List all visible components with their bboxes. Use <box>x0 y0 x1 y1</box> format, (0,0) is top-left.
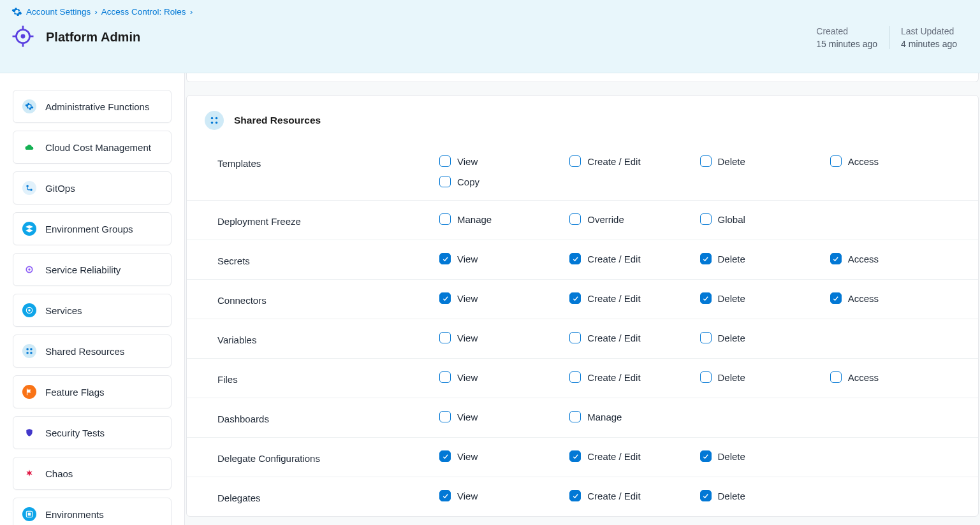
permission-cell: View <box>439 253 569 264</box>
checkbox-view[interactable] <box>439 371 451 383</box>
permission-cell: Create / Edit <box>569 450 699 462</box>
checkbox-create-edit[interactable] <box>569 292 581 304</box>
page-header: Account Settings › Access Control: Roles… <box>0 0 980 73</box>
sidebar-item-administrative-functions[interactable]: Administrative Functions <box>13 90 172 123</box>
breadcrumb-access-control-roles[interactable]: Access Control: Roles <box>101 7 186 17</box>
sidebar-item-services[interactable]: Services <box>13 294 172 327</box>
grid-icon <box>205 111 224 130</box>
permission-row: ConnectorsViewCreate / EditDeleteAccess <box>187 279 978 319</box>
checkbox-delete[interactable] <box>700 155 712 167</box>
checkbox-access[interactable] <box>830 371 842 383</box>
sidebar-item-label: Environments <box>45 509 104 520</box>
permission-label: Create / Edit <box>587 451 640 462</box>
layers-icon <box>22 222 36 236</box>
checkbox-create-edit[interactable] <box>569 490 581 501</box>
permission-label: Manage <box>587 412 622 422</box>
checkbox-delete[interactable] <box>700 450 712 462</box>
checkbox-create-edit[interactable] <box>569 155 581 167</box>
checkbox-global[interactable] <box>700 213 712 225</box>
permission-label: View <box>457 333 478 343</box>
svg-point-20 <box>211 117 214 120</box>
sidebar-item-gitops[interactable]: GitOps <box>13 171 172 205</box>
permission-cell: Delete <box>700 292 830 304</box>
permission-cell: Create / Edit <box>569 253 699 264</box>
sidebar-item-environments[interactable]: Environments <box>13 498 172 525</box>
permission-row: SecretsViewCreate / EditDeleteAccess <box>187 240 978 279</box>
permission-label: Manage <box>457 214 492 225</box>
permission-row: FilesViewCreate / EditDeleteAccess <box>187 358 978 398</box>
permission-row: Deployment FreezeManageOverrideGlobal <box>187 200 978 240</box>
chaos-icon <box>22 466 36 480</box>
permission-label: Create / Edit <box>587 491 640 501</box>
checkbox-access[interactable] <box>830 155 842 167</box>
sidebar-item-environment-groups[interactable]: Environment Groups <box>13 212 172 245</box>
updated-value: 4 minutes ago <box>901 39 957 49</box>
sidebar-item-shared-resources[interactable]: Shared Resources <box>13 334 172 368</box>
checkbox-create-edit[interactable] <box>569 450 581 462</box>
checkbox-access[interactable] <box>830 253 842 264</box>
checkbox-delete[interactable] <box>700 371 712 383</box>
grid-icon <box>22 344 36 358</box>
git-icon <box>22 181 36 195</box>
checkbox-delete[interactable] <box>700 292 712 304</box>
chevron-right-icon: › <box>190 7 193 17</box>
flag-icon <box>22 385 36 399</box>
permission-cell: Delete <box>700 450 830 462</box>
checkbox-view[interactable] <box>439 490 451 501</box>
permission-label: View <box>457 491 478 501</box>
permission-cell: Delete <box>700 253 830 264</box>
checkbox-delete[interactable] <box>700 490 712 501</box>
checkbox-access[interactable] <box>830 292 842 304</box>
permission-label: View <box>457 293 478 304</box>
checkbox-override[interactable] <box>569 213 581 225</box>
sidebar-item-chaos[interactable]: Chaos <box>13 457 172 490</box>
checkbox-view[interactable] <box>439 292 451 304</box>
breadcrumb-account-settings[interactable]: Account Settings <box>26 7 91 17</box>
permission-cell: Access <box>830 371 960 383</box>
permission-row: Delegate ConfigurationsViewCreate / Edit… <box>187 437 978 477</box>
permission-label: Create / Edit <box>587 333 640 343</box>
checkbox-manage[interactable] <box>569 411 581 422</box>
permission-label: View <box>457 156 478 167</box>
checkbox-view[interactable] <box>439 253 451 264</box>
checkbox-copy[interactable] <box>439 176 451 187</box>
checkbox-create-edit[interactable] <box>569 332 581 343</box>
checkbox-view[interactable] <box>439 332 451 343</box>
main-content: Shared Resources TemplatesViewCreate / E… <box>185 73 980 525</box>
svg-point-14 <box>26 352 29 354</box>
checkbox-view[interactable] <box>439 155 451 167</box>
resource-name: Files <box>205 371 439 385</box>
svg-point-7 <box>30 189 33 191</box>
sidebar-item-security-tests[interactable]: Security Tests <box>13 416 172 449</box>
permission-cell: View <box>439 450 569 462</box>
checkbox-delete[interactable] <box>700 253 712 264</box>
checkbox-delete[interactable] <box>700 332 712 343</box>
permission-label: Copy <box>457 176 479 187</box>
checkbox-manage[interactable] <box>439 213 451 225</box>
sidebar-item-feature-flags[interactable]: Feature Flags <box>13 375 172 408</box>
permission-label: View <box>457 451 478 462</box>
gear-icon <box>11 6 22 17</box>
created-value: 15 minutes ago <box>816 39 877 49</box>
permission-label: Delete <box>718 156 745 167</box>
checkbox-create-edit[interactable] <box>569 253 581 264</box>
permission-label: Create / Edit <box>587 254 640 264</box>
permission-row: DashboardsViewManage <box>187 398 978 437</box>
checkbox-view[interactable] <box>439 450 451 462</box>
resource-name: Deployment Freeze <box>205 213 439 227</box>
svg-point-9 <box>28 268 31 271</box>
permission-cell: Access <box>830 155 960 167</box>
sidebar-item-label: Service Reliability <box>45 264 121 275</box>
checkbox-view[interactable] <box>439 411 451 422</box>
target-icon <box>22 303 36 317</box>
gear-icon <box>22 99 36 113</box>
permission-cell: Delete <box>700 371 830 383</box>
sidebar-item-label: Shared Resources <box>45 346 124 357</box>
permission-label: Create / Edit <box>587 293 640 304</box>
checkbox-create-edit[interactable] <box>569 371 581 383</box>
resource-name: Variables <box>205 332 439 345</box>
sidebar-item-service-reliability[interactable]: Service Reliability <box>13 253 172 286</box>
permission-label: Delete <box>718 372 745 383</box>
sidebar-item-cloud-cost-management[interactable]: Cloud Cost Management <box>13 131 172 164</box>
permission-cell: Delete <box>700 155 830 167</box>
